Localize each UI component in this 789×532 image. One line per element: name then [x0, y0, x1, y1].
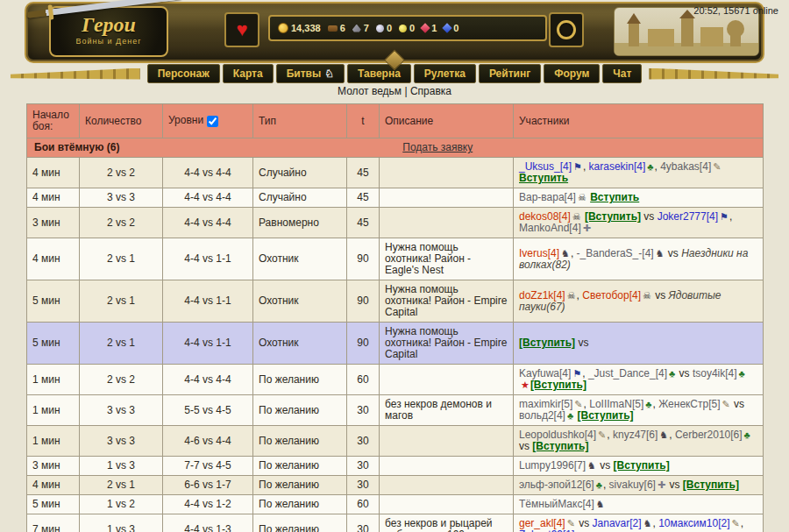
health-panel[interactable]	[224, 12, 259, 47]
nav-item-character[interactable]: Персонаж	[147, 64, 220, 83]
player-link[interactable]: dekos08[4]	[519, 210, 571, 223]
cell-desc: Нужна помощь охотника! Район - Empire Ca…	[380, 323, 514, 365]
sub-links: Молот ведьм | Справка	[0, 85, 789, 97]
cell-levels: 4-4 vs 4-4	[163, 365, 253, 395]
nav-item-tavern[interactable]: Таверна	[347, 64, 411, 83]
gold-resource: 14,338	[278, 23, 321, 33]
cell-members: Kayfuwa[4], _Just_Dance_[4] vs tsoy4ik[4…	[514, 365, 764, 395]
levels-filter-checkbox[interactable]	[207, 116, 218, 127]
cell-t: 90	[347, 280, 380, 323]
cell-type: По желанию	[253, 514, 347, 532]
join-link[interactable]: [Вступить]	[683, 479, 739, 491]
cell-desc	[380, 188, 514, 208]
skull-icon	[643, 290, 651, 301]
player-link[interactable]: 4ybakas[4]	[660, 160, 711, 173]
player-link[interactable]: knyz47[6]	[613, 429, 658, 441]
quill-icon	[574, 399, 582, 409]
cell-start: 5 мин	[27, 280, 80, 323]
sub-link-1[interactable]: Справка	[410, 85, 451, 97]
ring-panel[interactable]	[549, 12, 584, 47]
player-link[interactable]: Janavar[2]	[593, 517, 642, 529]
cell-desc	[380, 208, 514, 238]
battle-row: 4 мин3 vs 34-4 vs 4-4Случайно45Вар-вара[…	[27, 188, 764, 208]
join-link[interactable]: [Вступить]	[532, 440, 588, 452]
wood-icon	[328, 25, 338, 32]
battle-row: 3 мин2 vs 24-4 vs 4-4Равномерно45dekos08…	[27, 208, 764, 238]
player-link[interactable]: doZz1k[4]	[519, 289, 565, 301]
player-link[interactable]: LoIIImaN[5]	[589, 398, 643, 410]
player-link[interactable]: Cerber2010[6]	[675, 429, 743, 441]
nav-item-forum[interactable]: Форум	[544, 64, 600, 83]
cell-type: По желанию	[253, 365, 347, 395]
player-link[interactable]: _Just_Dance_[4]	[588, 367, 667, 379]
cell-type: Охотник	[253, 238, 347, 280]
cross-icon	[658, 479, 665, 490]
cell-start: 1 мин	[27, 395, 80, 426]
col-members: Участники	[514, 104, 764, 138]
cell-members: dekos08[4] [Вступить] vs Joker2777[4], M…	[514, 208, 764, 238]
player-link[interactable]: Lumpy1996[7]	[519, 459, 586, 472]
cell-start: 4 мин	[27, 158, 80, 188]
cell-members: Leopoldushko[4], knyz47[6], Cerber2010[6…	[514, 426, 764, 457]
flag-icon	[573, 161, 582, 172]
player-link[interactable]: Вар-вара[4]	[519, 191, 576, 203]
cell-t: 30	[347, 476, 380, 495]
player-link[interactable]: -_BanderaS_-[4]	[577, 247, 654, 259]
sub-link-0[interactable]: Молот ведьм	[338, 85, 402, 97]
player-link[interactable]: эльф-эпой12[6]	[519, 479, 594, 491]
cell-levels: 5-5 vs 4-5	[163, 395, 253, 426]
join-link[interactable]: [Вступить]	[585, 210, 641, 223]
crystal-resource: 1	[422, 23, 437, 33]
leaf-icon	[596, 479, 602, 490]
cell-type: По желанию	[253, 476, 347, 495]
nav-item-rating[interactable]: Рейтинг	[479, 64, 541, 83]
join-link[interactable]: Вступить	[590, 191, 639, 203]
skull-icon	[578, 192, 586, 202]
nav-item-map[interactable]: Карта	[223, 64, 274, 83]
player-link[interactable]: Joker2777[4]	[658, 210, 718, 223]
battle-row: 7 мин1 vs 34-4 vs 1-3По желанию30без нек…	[27, 514, 764, 532]
player-link[interactable]: Leopoldushko[4]	[519, 429, 596, 441]
cell-count: 1 vs 2	[80, 495, 163, 514]
cell-desc: Нужна помощь охотника! Район - Empire Ca…	[380, 280, 514, 323]
nav-item-chat[interactable]: Чат	[602, 64, 642, 83]
cell-t: 60	[347, 495, 380, 514]
cell-count: 2 vs 1	[80, 323, 163, 365]
quill-icon	[713, 161, 721, 172]
col-t: t	[347, 104, 380, 138]
battles-helmet-icon	[324, 67, 334, 80]
player-link[interactable]: ТёмныйМакс[4]	[519, 498, 594, 510]
player-link[interactable]: ger_akl[4]	[519, 517, 565, 529]
cell-levels: 4-4 vs 1-2	[163, 495, 253, 514]
player-link[interactable]: _Uksus_[4]	[519, 160, 572, 173]
player-link[interactable]: 10максим10[2]	[658, 517, 729, 529]
col-start: Начало боя:	[27, 104, 80, 138]
player-link[interactable]: maximkir[5]	[519, 398, 572, 410]
player-link[interactable]: вольд2[4]	[519, 409, 565, 422]
join-link[interactable]: [Вступить]	[519, 337, 575, 349]
nav-item-roulette[interactable]: Рулетка	[414, 64, 476, 83]
cell-count: 2 vs 1	[80, 476, 163, 495]
player-link[interactable]: karasekin[4]	[589, 160, 646, 173]
cell-desc	[380, 365, 514, 395]
player-link[interactable]: Kayfuwa[4]	[519, 367, 571, 379]
logo[interactable]: Герои Войны и Денег	[49, 6, 168, 57]
player-link[interactable]: Iverus[4]	[519, 247, 559, 259]
cell-t: 30	[347, 457, 380, 476]
battles-table: Начало боя:КоличествоУровниТипtОписаниеУ…	[26, 103, 764, 532]
join-link[interactable]: Вступить	[519, 172, 568, 184]
join-link[interactable]: [Вступить]	[577, 409, 633, 422]
apply-link[interactable]: Подать заявку	[34, 142, 756, 153]
join-link[interactable]: [Вступить]	[530, 379, 586, 391]
cell-members: _Uksus_[4], karasekin[4], 4ybakas[4] Вст…	[514, 158, 764, 188]
join-link[interactable]: [Вступить]	[614, 459, 670, 472]
knight-icon	[659, 429, 668, 440]
player-link[interactable]: Zekent99[1]	[519, 528, 574, 532]
player-link[interactable]: ЖенекСтр[5]	[658, 398, 720, 410]
player-link[interactable]: sivakuy[6]	[609, 479, 656, 491]
nav-item-battles[interactable]: Битвы	[276, 64, 345, 83]
player-link[interactable]: Светобор[4]	[582, 289, 641, 301]
player-link[interactable]: MankoAnd[4]	[519, 222, 581, 234]
player-link[interactable]: tsoy4ik[4]	[693, 367, 737, 379]
leaf-icon	[645, 399, 651, 409]
